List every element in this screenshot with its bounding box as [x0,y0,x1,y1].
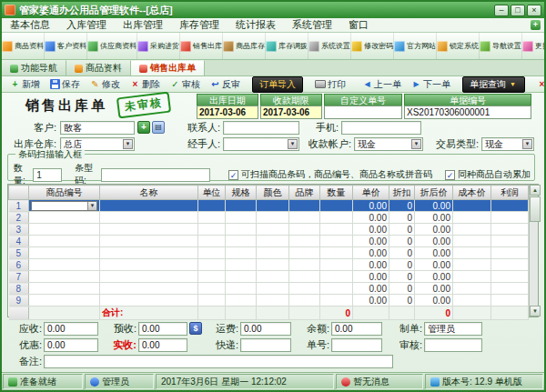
menu-system[interactable]: 系统管理 [284,18,340,32]
cell-unit[interactable] [198,283,226,295]
browse-customer-button[interactable]: ▤ [152,121,165,134]
cell-price[interactable]: 0.00 [353,200,389,212]
column-header[interactable]: 商品编号 [29,186,100,200]
column-header[interactable]: 规格 [226,186,257,200]
cell-price[interactable]: 0.00 [353,236,389,247]
vertical-scrollbar[interactable]: ▲ ▼ [529,185,538,317]
print-button[interactable]: 打印 [310,76,350,93]
cell-color[interactable] [257,236,289,247]
cell-price[interactable]: 0.00 [353,295,389,307]
cell-spec[interactable] [226,283,257,295]
chevron-down-icon[interactable]: ▼ [411,139,421,149]
minimize-button[interactable]: – [494,5,509,16]
toolbar-system-settings[interactable]: 系统设置 [308,33,351,59]
table-row[interactable]: 20.0000.00 [9,212,529,224]
cell-brand[interactable] [289,283,320,295]
cell-profit[interactable] [491,271,529,283]
cell-qty[interactable] [320,271,353,283]
toolbar-official-website[interactable]: 官方网站 [394,33,437,59]
menu-window[interactable]: 窗口 [340,18,377,32]
cell-color[interactable] [257,283,289,295]
cell-brand[interactable] [289,271,320,283]
cell-discounted[interactable]: 0.00 [415,236,453,247]
received-input[interactable]: 0.00 [138,338,187,352]
cell-color[interactable] [257,271,289,283]
cell-cost[interactable] [453,295,491,307]
maximize-button[interactable]: □ [511,5,525,16]
cell-color[interactable] [257,247,289,259]
express-input[interactable] [240,338,291,352]
prepaid-lookup-button[interactable]: $ [189,322,202,335]
cell-unit[interactable] [198,295,226,307]
cell-name[interactable] [100,212,198,224]
cell-qty[interactable] [320,283,353,295]
chevron-down-icon[interactable]: ▼ [87,202,96,210]
cell-discount[interactable]: 0 [389,271,415,283]
cell-spec[interactable] [226,295,257,307]
cell-brand[interactable] [289,224,320,236]
cell-color[interactable] [257,259,289,271]
cell-cost[interactable] [453,283,491,295]
cell-discount[interactable]: 0 [389,200,415,212]
cell-discount[interactable]: 0 [389,224,415,236]
custom-number-field[interactable] [324,106,402,119]
chevron-down-icon[interactable]: ▼ [522,139,532,149]
close-button[interactable]: × [527,5,541,16]
next-doc-button[interactable]: ▶下一单 [407,76,455,93]
remark-input[interactable] [44,355,393,368]
cell-name[interactable] [100,295,198,307]
cell-unit[interactable] [198,200,226,212]
customer-input[interactable]: 散客 [60,121,135,135]
toolbar-purchase-in[interactable]: 采购进货 [137,33,180,59]
cell-name[interactable] [100,247,198,259]
cell-discounted[interactable]: 0.00 [415,271,453,283]
column-header[interactable]: 利润 [491,186,529,200]
cell-code[interactable] [29,247,100,259]
table-row[interactable]: 50.0000.00 [9,247,529,259]
cell-discounted[interactable]: 0.00 [415,224,453,236]
table-row[interactable]: 40.0000.00 [9,236,529,247]
freight-input[interactable]: 0.00 [240,322,291,336]
column-header[interactable]: 品牌 [289,186,320,200]
product-code-combo[interactable]: ▼ [31,201,97,211]
menu-reports[interactable]: 统计报表 [228,18,284,32]
toolbar-lock-system[interactable]: 锁定系统 [437,33,480,59]
cell-name[interactable] [100,283,198,295]
toolbar-product-stock[interactable]: 商品库存 [223,33,266,59]
column-header[interactable]: 颜色 [257,186,289,200]
cell-qty[interactable] [320,295,353,307]
cell-price[interactable]: 0.00 [353,212,389,224]
cell-code[interactable] [29,259,100,271]
toolbar-customer-info[interactable]: 客户资料 [45,33,87,59]
cell-code[interactable] [29,236,100,247]
cell-code[interactable] [29,295,100,307]
cell-code[interactable] [29,283,100,295]
balance-input[interactable]: 0.00 [331,322,382,336]
new-button[interactable]: +新增 [5,76,45,93]
cell-brand[interactable] [289,236,320,247]
cell-name[interactable] [100,236,198,247]
cell-discounted[interactable]: 0.00 [415,212,453,224]
cell-price[interactable]: 0.00 [353,283,389,295]
edit-button[interactable]: ✎修改 [86,76,125,93]
cell-discounted[interactable]: 0.00 [415,200,453,212]
delete-button[interactable]: ×删除 [126,76,165,93]
toolbar-change-password[interactable]: 修改密码 [351,33,394,59]
cell-price[interactable]: 0.00 [353,271,389,283]
tab-product-info[interactable]: 商品资料 [66,60,131,75]
cell-name[interactable] [100,200,198,212]
cell-cost[interactable] [453,200,491,212]
accumulate-checkbox[interactable]: ✓ [445,170,455,180]
table-row[interactable]: 80.0000.00 [9,283,529,295]
cell-spec[interactable] [226,271,257,283]
cell-price[interactable]: 0.00 [353,224,389,236]
cell-unit[interactable] [198,212,226,224]
save-button[interactable]: 保存 [46,76,85,93]
column-header[interactable]: 单价 [353,186,389,200]
unaudit-button[interactable]: ↩反审 [206,76,245,93]
cell-spec[interactable] [226,259,257,271]
toolbar-supplier-info[interactable]: 供应商资料 [87,33,137,59]
cell-unit[interactable] [198,247,226,259]
scan-option-checkbox[interactable]: ✓ [228,170,238,180]
scroll-down-button[interactable]: ▼ [530,306,541,317]
